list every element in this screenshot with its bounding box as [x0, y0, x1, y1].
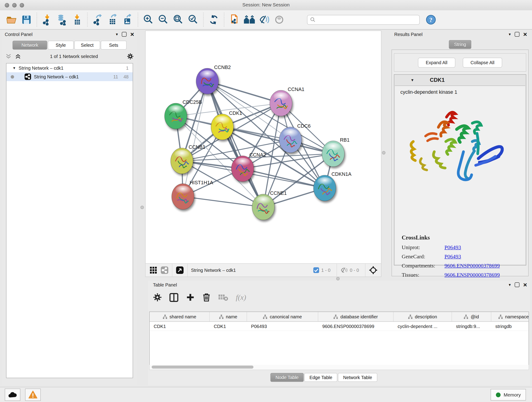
- memory-button[interactable]: Memory: [491, 389, 526, 400]
- node-CCNE1[interactable]: [252, 194, 274, 220]
- table-cell[interactable]: CDK1: [150, 322, 210, 331]
- float-panel-icon[interactable]: ▼: [508, 32, 512, 36]
- crosslink-link[interactable]: 9606.ENSP00000378699: [444, 272, 500, 278]
- node-CCNB2[interactable]: [196, 68, 219, 94]
- tab-select[interactable]: Select: [74, 41, 100, 50]
- table-cell[interactable]: P06493: [247, 322, 318, 331]
- node-CCNA1[interactable]: [270, 90, 292, 116]
- new-network-from-selection-icon[interactable]: [228, 13, 241, 26]
- node-CDK1[interactable]: [211, 114, 234, 140]
- node-CDC6[interactable]: [279, 127, 302, 153]
- birds-eye-view-icon[interactable]: [369, 266, 378, 275]
- column-header-@id[interactable]: @id: [452, 312, 491, 321]
- node-CCNA2[interactable]: [231, 156, 254, 182]
- zoom-fit-icon[interactable]: [172, 13, 184, 26]
- float-panel-icon[interactable]: ▼: [115, 32, 119, 36]
- edge-HIST1H1A-CCNE1[interactable]: [183, 196, 263, 207]
- table-cell[interactable]: stringdb: [491, 322, 529, 331]
- column-header-namespace[interactable]: namespace: [491, 312, 529, 321]
- edge-CCNB2-CCNE1[interactable]: [207, 81, 263, 207]
- cloud-status-button[interactable]: [5, 389, 20, 401]
- node-RB1[interactable]: [322, 141, 344, 167]
- table-options-gear-icon[interactable]: [153, 293, 162, 302]
- close-panel-icon[interactable]: ✕: [130, 32, 134, 37]
- table-cell[interactable]: cyclin-dependent ...: [394, 322, 452, 331]
- crosslink-link[interactable]: P06493: [444, 244, 461, 250]
- horizontal-splitter-handle[interactable]: [336, 277, 340, 280]
- table-cell[interactable]: 9606.ENSP00000378699: [318, 322, 394, 331]
- close-panel-icon[interactable]: ✕: [523, 282, 527, 287]
- tab-network[interactable]: Network: [13, 41, 47, 50]
- delete-column-icon[interactable]: [202, 293, 211, 302]
- maximize-panel-icon[interactable]: [515, 282, 520, 287]
- node-HIST1H1A[interactable]: [172, 184, 194, 210]
- selected-checkbox-icon[interactable]: [313, 267, 319, 273]
- zoom-in-icon[interactable]: [142, 13, 155, 26]
- node-CDC25B[interactable]: [165, 103, 187, 129]
- search-input[interactable]: [316, 17, 412, 22]
- maximize-panel-icon[interactable]: [122, 32, 127, 37]
- tab-sets[interactable]: Sets: [101, 41, 127, 50]
- options-gear-icon[interactable]: [127, 53, 134, 60]
- show-all-icon[interactable]: [273, 13, 286, 26]
- column-header-description[interactable]: description: [394, 312, 452, 321]
- grid-view-icon[interactable]: [150, 266, 157, 274]
- column-header-name[interactable]: name: [210, 312, 247, 321]
- collapse-all-icon[interactable]: [6, 54, 12, 59]
- network-graph[interactable]: CCNB2CCNA1CDC25BCDK1CDC6RB1CCNB1CCNA2CDK…: [146, 31, 381, 264]
- tab-edge-table[interactable]: Edge Table: [304, 373, 337, 382]
- tab-network-table[interactable]: Network Table: [338, 373, 377, 382]
- float-panel-icon[interactable]: ▼: [508, 283, 512, 287]
- collection-expander-icon[interactable]: ▼: [13, 66, 16, 70]
- close-panel-icon[interactable]: ✕: [523, 32, 527, 37]
- table-row[interactable]: CDK1CDK1P064939606.ENSP00000378699cyclin…: [150, 322, 529, 331]
- export-network-icon[interactable]: [91, 13, 104, 26]
- detach-view-icon[interactable]: [176, 266, 184, 274]
- show-columns-icon[interactable]: [169, 293, 178, 302]
- open-session-icon[interactable]: [5, 13, 18, 26]
- tab-style[interactable]: Style: [48, 41, 74, 50]
- hide-selected-icon[interactable]: [258, 13, 271, 26]
- column-header-canonical-name[interactable]: canonical name: [247, 312, 318, 321]
- column-header-database-identifier[interactable]: database identifier: [318, 312, 394, 321]
- search-field[interactable]: [307, 15, 420, 25]
- network-view-icon[interactable]: [160, 266, 169, 274]
- edge-CCNB2-HIST1H1A[interactable]: [183, 81, 207, 196]
- column-header-shared-name[interactable]: shared name: [150, 312, 210, 321]
- export-image-icon[interactable]: [121, 13, 134, 26]
- first-neighbors-icon[interactable]: [243, 13, 256, 26]
- section-expander-icon[interactable]: ▼: [411, 78, 414, 82]
- zoom-selected-icon[interactable]: [186, 13, 199, 26]
- network-canvas[interactable]: CCNB2CCNA1CDC25BCDK1CDC6RB1CCNB1CCNA2CDK…: [145, 31, 381, 277]
- node-CCNB1[interactable]: [171, 148, 193, 174]
- expand-all-button[interactable]: Expand All: [418, 57, 455, 67]
- zoom-out-icon[interactable]: [157, 13, 170, 26]
- table-horizontal-scrollbar[interactable]: [149, 365, 529, 370]
- tab-string[interactable]: String: [449, 40, 471, 49]
- import-table-icon[interactable]: [70, 13, 83, 26]
- network-collection-row[interactable]: ▼ String Network – cdk1 1: [6, 64, 133, 72]
- node-CDKN1A[interactable]: [313, 175, 336, 201]
- import-network-icon[interactable]: [41, 13, 54, 26]
- export-table-icon[interactable]: [106, 13, 119, 26]
- crosslink-link[interactable]: 9606.ENSP00000378699: [444, 263, 500, 269]
- expand-all-icon[interactable]: [15, 54, 21, 59]
- network-row-selected[interactable]: String Network – cdk1 11 48: [6, 72, 133, 81]
- refresh-icon[interactable]: [207, 13, 220, 26]
- edge-CCNB2-CCNA1[interactable]: [207, 81, 281, 103]
- results-actions: Expand All Collapse All: [394, 53, 526, 71]
- warnings-button[interactable]: [25, 389, 41, 401]
- tab-node-table[interactable]: Node Table: [270, 373, 304, 382]
- help-icon[interactable]: ?: [424, 13, 437, 26]
- import-network-database-icon[interactable]: [56, 13, 69, 26]
- maximize-panel-icon[interactable]: [515, 32, 520, 37]
- collapse-all-button[interactable]: Collapse All: [462, 57, 502, 67]
- right-splitter-handle[interactable]: [382, 151, 385, 154]
- crosslink-link[interactable]: P06493: [444, 254, 461, 260]
- table-cell[interactable]: stringdb:9...: [452, 322, 491, 331]
- scrollbar-thumb[interactable]: [152, 366, 253, 369]
- left-splitter-handle[interactable]: [140, 206, 144, 209]
- save-session-icon[interactable]: [20, 13, 33, 26]
- table-cell[interactable]: CDK1: [210, 322, 247, 331]
- add-column-icon[interactable]: [186, 293, 195, 302]
